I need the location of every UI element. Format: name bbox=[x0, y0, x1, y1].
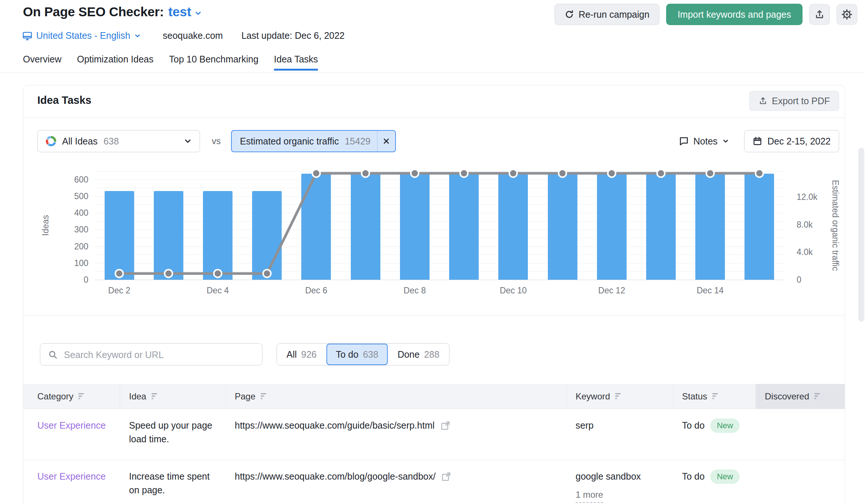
line-marker-dec-9[interactable] bbox=[460, 169, 468, 177]
line-marker-dec-12[interactable] bbox=[608, 169, 615, 177]
chevron-down-icon bbox=[134, 32, 141, 40]
line-marker-dec-6[interactable] bbox=[312, 169, 320, 177]
column-header-page[interactable]: Page bbox=[226, 384, 567, 409]
chart-filter-row: All Ideas 638 vs Estimated organic traff… bbox=[37, 130, 839, 153]
calendar-icon bbox=[753, 136, 762, 146]
x-axis-tick: Dec 14 bbox=[684, 286, 736, 296]
x-axis-tick: Dec 12 bbox=[586, 286, 638, 296]
export-pdf-button[interactable]: Export to PDF bbox=[749, 91, 839, 111]
table-toolbar: All926To do638Done288 bbox=[23, 343, 845, 365]
category-link[interactable]: User Experience bbox=[37, 420, 106, 430]
import-keywords-button[interactable]: Import keywords and pages bbox=[666, 4, 803, 25]
left-axis-tick: 200 bbox=[57, 242, 88, 252]
line-marker-dec-8[interactable] bbox=[411, 169, 418, 177]
external-link-icon[interactable] bbox=[440, 420, 451, 431]
line-marker-dec-5[interactable] bbox=[263, 270, 271, 277]
column-header-status[interactable]: Status bbox=[673, 384, 756, 409]
upload-icon bbox=[814, 9, 825, 20]
page-scrollbar[interactable] bbox=[858, 148, 864, 321]
header-divider bbox=[0, 72, 865, 73]
line-marker-dec-10[interactable] bbox=[509, 169, 517, 177]
locale-selector[interactable]: United States - English bbox=[22, 30, 141, 41]
line-marker-dec-2[interactable] bbox=[115, 270, 123, 277]
rerun-campaign-button[interactable]: Re-run campaign bbox=[554, 4, 659, 25]
note-icon bbox=[679, 136, 689, 146]
line-marker-dec-11[interactable] bbox=[559, 169, 566, 177]
right-axis-tick: 8.0k bbox=[797, 220, 841, 230]
status-text[interactable]: To do bbox=[682, 470, 705, 483]
left-axis-title: Ideas bbox=[41, 215, 51, 236]
idea-text: Speed up your page load time. bbox=[120, 409, 226, 460]
left-axis-tick: 100 bbox=[57, 258, 88, 268]
tabs: OverviewOptimization IdeasTop 10 Benchma… bbox=[23, 54, 318, 71]
monitor-icon bbox=[22, 31, 33, 41]
column-label: Idea bbox=[129, 391, 146, 402]
column-label: Page bbox=[235, 391, 255, 402]
locale-label: United States - English bbox=[36, 30, 130, 41]
line-marker-dec-14[interactable] bbox=[706, 169, 714, 177]
gear-icon bbox=[841, 9, 852, 20]
status-segmented-control: All926To do638Done288 bbox=[277, 343, 450, 365]
ideas-dropdown[interactable]: All Ideas 638 bbox=[37, 130, 200, 152]
ideas-filter-label: All Ideas bbox=[62, 136, 98, 147]
metric-chip-close[interactable] bbox=[377, 131, 395, 151]
x-axis-tick: Dec 2 bbox=[94, 286, 145, 296]
date-range-picker[interactable]: Dec 2-15, 2022 bbox=[744, 130, 839, 152]
sort-icon bbox=[152, 393, 160, 400]
tab-idea-tasks[interactable]: Idea Tasks bbox=[274, 54, 318, 71]
page-url: https://www.seoquake.com/blog/google-san… bbox=[235, 470, 435, 483]
column-header-discovered[interactable]: Discovered bbox=[756, 384, 845, 409]
column-header-category[interactable]: Category bbox=[23, 384, 120, 409]
segment-label: To do bbox=[336, 349, 359, 360]
section-divider bbox=[23, 315, 845, 316]
metric-chip-value: 15429 bbox=[345, 136, 371, 147]
traffic-line-layer bbox=[95, 171, 784, 280]
tab-optimization-ideas[interactable]: Optimization Ideas bbox=[77, 54, 153, 71]
campaign-selector[interactable]: test bbox=[168, 4, 202, 19]
sort-icon bbox=[261, 393, 269, 400]
line-marker-dec-7[interactable] bbox=[362, 169, 369, 177]
metric-chip-label: Estimated organic traffic bbox=[232, 136, 339, 147]
panel-header: Idea Tasks Export to PDF bbox=[23, 85, 845, 118]
notes-dropdown[interactable]: Notes bbox=[679, 136, 729, 147]
idea-tasks-panel: Idea Tasks Export to PDF All Ideas 638 v… bbox=[23, 85, 845, 504]
chevron-down-icon bbox=[194, 9, 202, 17]
column-label: Discovered bbox=[765, 391, 809, 402]
last-update: Last update: Dec 6, 2022 bbox=[241, 30, 345, 41]
line-marker-dec-3[interactable] bbox=[164, 270, 172, 277]
page-title: On Page SEO Checker: bbox=[23, 4, 164, 19]
sort-icon bbox=[712, 393, 720, 400]
table-row: User ExperienceIncrease time spent on pa… bbox=[23, 460, 845, 504]
tab-overview[interactable]: Overview bbox=[23, 54, 61, 71]
search-input[interactable] bbox=[63, 344, 257, 365]
donut-chart-icon bbox=[45, 135, 57, 147]
line-marker-dec-13[interactable] bbox=[657, 169, 665, 177]
segment-all[interactable]: All926 bbox=[277, 344, 326, 365]
segment-count: 288 bbox=[424, 349, 440, 360]
settings-button[interactable] bbox=[837, 4, 857, 25]
export-label: Export to PDF bbox=[772, 96, 830, 106]
segment-done[interactable]: Done288 bbox=[388, 344, 449, 365]
date-range-label: Dec 2-15, 2022 bbox=[767, 136, 831, 147]
column-header-keyword[interactable]: Keyword bbox=[567, 384, 673, 409]
discovered-cell bbox=[756, 409, 845, 460]
segment-to-do[interactable]: To do638 bbox=[326, 344, 388, 365]
column-header-idea[interactable]: Idea bbox=[120, 384, 226, 409]
left-axis-tick: 600 bbox=[57, 175, 88, 185]
more-keywords-link[interactable]: 1 more bbox=[576, 488, 603, 503]
category-link[interactable]: User Experience bbox=[37, 471, 106, 481]
line-marker-dec-15[interactable] bbox=[756, 169, 763, 177]
x-axis-tick: Dec 8 bbox=[389, 286, 441, 296]
share-button[interactable] bbox=[809, 4, 830, 25]
external-link-icon[interactable] bbox=[441, 471, 452, 482]
tab-top-10-benchmarking[interactable]: Top 10 Benchmarking bbox=[169, 54, 258, 71]
new-badge: New bbox=[710, 419, 739, 433]
sort-icon bbox=[615, 393, 623, 400]
right-axis-tick: 0 bbox=[797, 275, 841, 285]
ideas-filter-count: 638 bbox=[104, 136, 119, 147]
notes-label: Notes bbox=[693, 136, 718, 147]
segment-count: 638 bbox=[363, 349, 379, 360]
status-text[interactable]: To do bbox=[682, 419, 705, 432]
line-marker-dec-4[interactable] bbox=[214, 270, 222, 277]
sort-icon bbox=[814, 393, 822, 400]
